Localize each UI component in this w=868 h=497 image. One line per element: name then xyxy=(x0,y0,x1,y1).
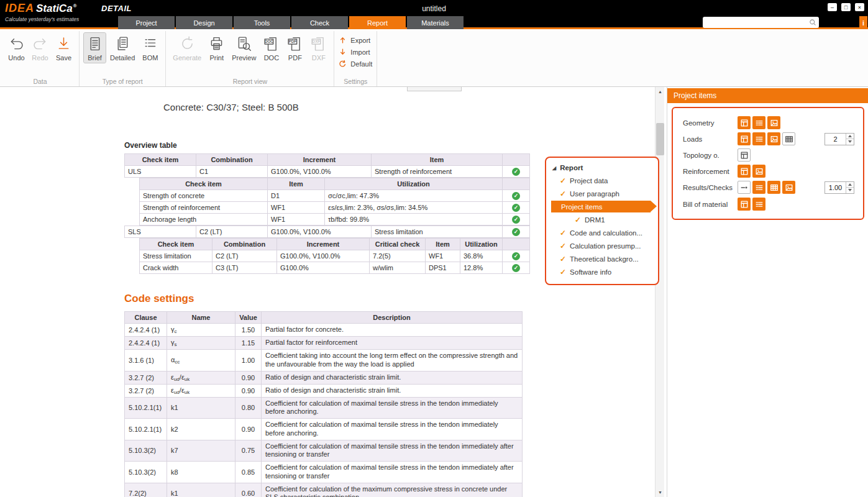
list-icon[interactable] xyxy=(752,181,765,194)
import-button[interactable]: Import xyxy=(339,48,370,56)
table-cell: 3.1.6 (1) xyxy=(125,350,167,372)
generate-button: Generate xyxy=(170,33,204,63)
table-header-row: ClauseNameValueDescription xyxy=(125,312,523,324)
spinner-down-icon[interactable] xyxy=(846,187,854,193)
tree-item-code-and-calculation[interactable]: ✓Code and calculation... xyxy=(551,227,651,239)
print-button[interactable]: Print xyxy=(206,33,227,63)
tab-materials[interactable]: Materials xyxy=(407,16,464,29)
picture-icon[interactable] xyxy=(752,165,765,178)
column-header: Description xyxy=(262,312,523,324)
picture-icon[interactable] xyxy=(782,181,795,194)
tab-report[interactable]: Report xyxy=(349,16,406,29)
project-items-settings: GeometryLoads2Topology o.ReinforcementRe… xyxy=(672,107,864,220)
report-scrollbar[interactable]: ▲ ▼ xyxy=(655,87,664,497)
spinner-down-icon[interactable] xyxy=(846,139,854,145)
doc-button[interactable]: DOCDOC xyxy=(260,33,282,63)
undo-button[interactable]: Undo xyxy=(6,33,27,63)
status-cell: ✓ xyxy=(503,226,530,238)
loads-spinner[interactable]: 2 xyxy=(825,133,854,145)
results-checks-spinner[interactable]: 1.00 xyxy=(825,181,854,194)
file-doc-icon: DOC xyxy=(263,35,280,52)
checked-checkbox-icon[interactable]: ✓ xyxy=(560,242,566,250)
tab-check[interactable]: Check xyxy=(291,16,348,29)
table-icon[interactable] xyxy=(738,132,751,145)
tree-item-drm1[interactable]: ✓DRM1 xyxy=(551,214,651,226)
pass-check-icon: ✓ xyxy=(512,216,520,224)
table-cell: εs/εs,lim: 2.3%, σs/σs,lim: 34.5% xyxy=(325,202,503,214)
table-cell: SLS xyxy=(125,226,196,238)
table-icon[interactable] xyxy=(738,148,751,162)
brief-button[interactable]: Brief xyxy=(84,33,106,63)
search-box xyxy=(703,17,819,28)
tree-item-theoretical-backgro[interactable]: ✓Theoretical backgro... xyxy=(551,253,651,265)
save-button[interactable]: Save xyxy=(53,33,75,63)
tree-item-project-data[interactable]: ✓Project data xyxy=(551,175,651,186)
pdf-button[interactable]: PDFPDF xyxy=(284,33,306,63)
column-header: Check item xyxy=(140,239,212,250)
table-icon[interactable] xyxy=(738,198,751,211)
table-row: Anchorage lengthWF1τb/fbd: 99.8%✓ xyxy=(140,214,530,226)
restore-button[interactable]: □ xyxy=(841,3,851,11)
tree-item-project-items[interactable]: Project items xyxy=(551,201,651,212)
grid-icon[interactable] xyxy=(782,132,795,145)
preview-button[interactable]: Preview xyxy=(229,33,258,63)
status-cell: ✓ xyxy=(503,166,530,178)
checked-checkbox-icon[interactable]: ✓ xyxy=(575,216,581,224)
spinner-up-icon[interactable] xyxy=(846,182,854,188)
checked-checkbox-icon[interactable]: ✓ xyxy=(560,190,566,198)
export-button[interactable]: Export xyxy=(339,36,370,44)
scroll-down-icon[interactable]: ▼ xyxy=(656,488,665,497)
column-header: Utilization xyxy=(325,178,503,190)
checked-checkbox-icon[interactable]: ✓ xyxy=(560,268,566,276)
ribbon-group-label: Data xyxy=(1,78,79,85)
table-cell: 0.75 xyxy=(235,440,262,462)
line-icon[interactable] xyxy=(738,181,751,194)
scroll-up-icon[interactable]: ▲ xyxy=(656,87,665,96)
panel-row-label: Topology o. xyxy=(683,152,738,159)
tree-root-report[interactable]: ◢ Report xyxy=(552,164,658,171)
tree-item-calculation-presump[interactable]: ✓Calculation presump... xyxy=(551,240,651,252)
column-header: Item xyxy=(426,239,460,250)
table-cell: 1.00 xyxy=(235,350,262,372)
grid-icon[interactable] xyxy=(767,181,780,194)
tree-item-user-paragraph[interactable]: ✓User paragraph xyxy=(551,188,651,199)
info-button[interactable]: i xyxy=(859,16,867,29)
spinner-up-icon[interactable] xyxy=(846,134,854,139)
close-button[interactable]: × xyxy=(855,3,864,11)
search-input[interactable] xyxy=(703,19,809,26)
tree-item-software-info[interactable]: ✓Software info xyxy=(551,266,651,278)
list-icon[interactable] xyxy=(752,116,765,129)
tree-item-label: Theoretical backgro... xyxy=(570,255,639,263)
list-icon[interactable] xyxy=(752,132,765,145)
detailed-button[interactable]: Detailed xyxy=(107,33,137,63)
table-cell: k1 xyxy=(167,397,235,419)
expander-icon[interactable]: ◢ xyxy=(552,165,556,171)
tab-design[interactable]: Design xyxy=(176,16,232,29)
table-cell: G100.0%, V100.0% xyxy=(268,166,372,178)
bom-button[interactable]: BOM xyxy=(139,33,161,63)
ribbon-button-label: Generate xyxy=(173,54,201,62)
tab-project[interactable]: Project xyxy=(118,16,175,29)
checked-checkbox-icon[interactable]: ✓ xyxy=(560,177,566,185)
tab-tools[interactable]: Tools xyxy=(234,16,290,29)
minimize-button[interactable]: – xyxy=(828,3,837,11)
ribbon-button-label: DXF xyxy=(312,54,326,62)
table-cell: Stress limitation xyxy=(372,226,503,238)
picture-icon[interactable] xyxy=(767,132,780,145)
table-icon[interactable] xyxy=(738,116,751,129)
list-icon[interactable] xyxy=(752,198,765,211)
scrollbar-thumb[interactable] xyxy=(656,123,664,155)
panel-row-toggles xyxy=(738,198,765,211)
checked-checkbox-icon[interactable]: ✓ xyxy=(560,229,566,237)
checked-checkbox-icon[interactable]: ✓ xyxy=(560,255,566,263)
picture-icon[interactable] xyxy=(767,116,780,129)
table-icon[interactable] xyxy=(738,165,751,178)
table-cell: 36.8% xyxy=(460,250,503,262)
column-header: Check item xyxy=(140,178,268,190)
table-cell: Stress limitation xyxy=(140,250,212,262)
print-icon xyxy=(208,35,225,52)
logo-idea-text: IDEA xyxy=(5,2,34,15)
table-cell: 0.85 xyxy=(235,462,262,483)
default-button[interactable]: Default xyxy=(339,60,372,68)
table-cell: 0.90 xyxy=(235,371,262,384)
